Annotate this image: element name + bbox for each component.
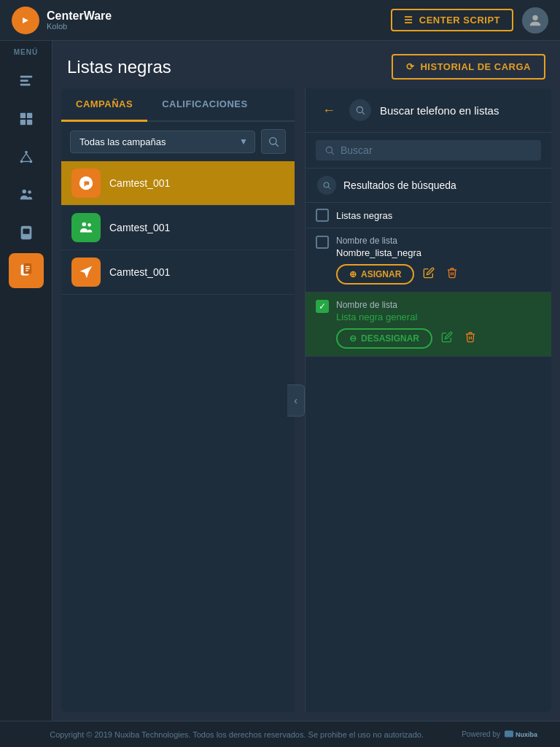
search-input-row	[306, 133, 551, 169]
page-header: Listas negras ⟳ HISTORIAL DE CARGA	[52, 41, 560, 88]
center-script-button[interactable]: ☰ CENTER SCRIPT	[391, 9, 513, 31]
brand: CenterWare Kolob	[12, 7, 112, 34]
footer: Copyright © 2019 Nuxiba Technologies. To…	[0, 721, 560, 747]
historial-carga-button[interactable]: ⟳ HISTORIAL DE CARGA	[392, 54, 545, 80]
svg-line-33	[332, 152, 334, 155]
minus-icon: ⊖	[349, 333, 357, 344]
list-item-info: Nombre de lista Lista negra general	[336, 300, 417, 322]
svg-rect-3	[20, 80, 28, 82]
assign-label: ASIGNAR	[361, 269, 401, 279]
collapse-panel-button[interactable]: ‹	[287, 384, 305, 417]
svg-text:Nuxiba: Nuxiba	[516, 730, 538, 738]
sidebar-item-network[interactable]	[9, 139, 44, 174]
search-input-wrap	[316, 140, 541, 160]
list-name-label: Nombre de lista	[336, 236, 421, 246]
list-name-label: Nombre de lista	[336, 300, 417, 310]
campaign-select[interactable]: Todas las campañas	[70, 131, 255, 153]
main-content: Listas negras ⟳ HISTORIAL DE CARGA CAMPA…	[52, 41, 560, 721]
campaign-item[interactable]: Camtest_001	[61, 250, 295, 295]
filter-search-button[interactable]	[261, 129, 286, 154]
left-panel: CAMPAÑAS CALIFICACIONES Todas las campañ…	[61, 88, 295, 712]
chevron-left-icon: ‹	[294, 395, 298, 406]
sidebar-item-agents[interactable]	[9, 177, 44, 212]
deassign-button[interactable]: ⊖ DESASIGNAR	[336, 328, 432, 349]
list-item-info: Nombre de lista Nombre_lista_negra	[336, 236, 421, 258]
list-item-row: ✓ Nombre de lista Lista negra general	[316, 300, 541, 322]
brand-sub: Kolob	[47, 22, 112, 31]
historial-label: HISTORIAL DE CARGA	[420, 61, 531, 72]
list-header-row: Listas negras	[306, 203, 551, 228]
campaign-item[interactable]: Camtest_001	[61, 206, 295, 250]
delete-button[interactable]	[462, 328, 479, 349]
svg-rect-4	[20, 84, 30, 86]
svg-line-13	[26, 153, 31, 160]
sidebar-item-campaigns[interactable]	[9, 63, 44, 98]
brand-name: CenterWare	[47, 9, 112, 23]
svg-rect-19	[23, 229, 29, 234]
svg-line-26	[276, 144, 279, 147]
svg-rect-7	[20, 120, 25, 125]
list-item-checkbox[interactable]: ✓	[316, 300, 329, 313]
results-title: Resultados de búsqueda	[343, 179, 456, 191]
campaign-icon	[71, 169, 101, 198]
svg-point-1	[532, 15, 537, 20]
footer-copyright: Copyright © 2019 Nuxiba Technologies. To…	[12, 730, 462, 739]
svg-rect-36	[505, 730, 513, 737]
sidebar-menu-label: MENÚ	[14, 48, 38, 56]
campaign-item[interactable]: Camtest_001	[61, 161, 295, 206]
list-item-actions: ⊖ DESASIGNAR	[316, 328, 541, 349]
list-item-checkbox[interactable]	[316, 236, 329, 249]
powered-by-text: Powered by	[462, 730, 500, 738]
svg-rect-8	[26, 120, 31, 125]
assign-button[interactable]: ⊕ ASIGNAR	[336, 264, 414, 285]
campaign-icon	[71, 258, 101, 287]
edit-button[interactable]	[420, 264, 438, 285]
sidebar: MENÚ	[0, 41, 52, 721]
svg-rect-6	[26, 113, 31, 118]
svg-line-12	[21, 153, 26, 160]
navbar: CenterWare Kolob ☰ CENTER SCRIPT	[0, 0, 560, 41]
campaign-select-wrapper: Todas las campañas ▼	[70, 131, 255, 153]
tab-campanas[interactable]: CAMPAÑAS	[61, 88, 147, 122]
select-all-checkbox[interactable]	[316, 209, 329, 222]
svg-rect-5	[20, 113, 25, 118]
sidebar-item-dashboard[interactable]	[9, 101, 44, 136]
svg-point-25	[270, 138, 276, 144]
back-button[interactable]: ←	[317, 98, 341, 122]
edit-button[interactable]	[438, 328, 456, 349]
page-title: Listas negras	[67, 57, 171, 77]
search-header: ← Buscar telefono en listas	[306, 88, 551, 133]
tab-calificaciones[interactable]: CALIFICACIONES	[147, 88, 262, 122]
svg-point-15	[22, 190, 26, 194]
list-item-row: Nombre de lista Nombre_lista_negra	[316, 236, 541, 258]
historial-icon: ⟳	[406, 61, 415, 72]
plus-icon: ⊕	[349, 269, 357, 279]
search-header-title: Buscar telefono en listas	[380, 104, 499, 117]
svg-point-28	[82, 222, 87, 227]
sidebar-item-dialer[interactable]	[9, 215, 44, 250]
app-body: MENÚ Listas negras ⟳ HISTORIAL DE CARGA	[0, 41, 560, 721]
campaign-name: Camtest_001	[109, 222, 170, 233]
campaign-name: Camtest_001	[109, 177, 170, 189]
phone-search-input[interactable]	[341, 144, 532, 156]
footer-brand-name: Nuxiba	[505, 727, 548, 743]
user-avatar[interactable]	[522, 7, 548, 34]
tabs: CAMPAÑAS CALIFICACIONES	[61, 88, 295, 122]
results-icon	[317, 176, 336, 195]
svg-point-18	[25, 236, 27, 238]
svg-point-30	[357, 107, 362, 112]
back-arrow-icon: ←	[322, 103, 335, 118]
svg-line-31	[362, 112, 365, 115]
blacklist-item: ✓ Nombre de lista Lista negra general ⊖ …	[306, 293, 551, 357]
filter-row: Todas las campañas ▼	[61, 122, 295, 161]
blacklist-item: Nombre de lista Nombre_lista_negra ⊕ ASI…	[306, 228, 551, 293]
navbar-right: ☰ CENTER SCRIPT	[391, 7, 548, 34]
brand-text: CenterWare Kolob	[47, 9, 112, 31]
content-area: CAMPAÑAS CALIFICACIONES Todas las campañ…	[52, 88, 560, 721]
sidebar-item-blacklist[interactable]	[9, 253, 44, 288]
svg-point-29	[88, 223, 91, 227]
delete-button[interactable]	[443, 264, 461, 285]
list-name-value: Lista negra general	[336, 311, 417, 322]
script-icon: ☰	[404, 15, 413, 26]
campaign-icon	[71, 213, 101, 242]
